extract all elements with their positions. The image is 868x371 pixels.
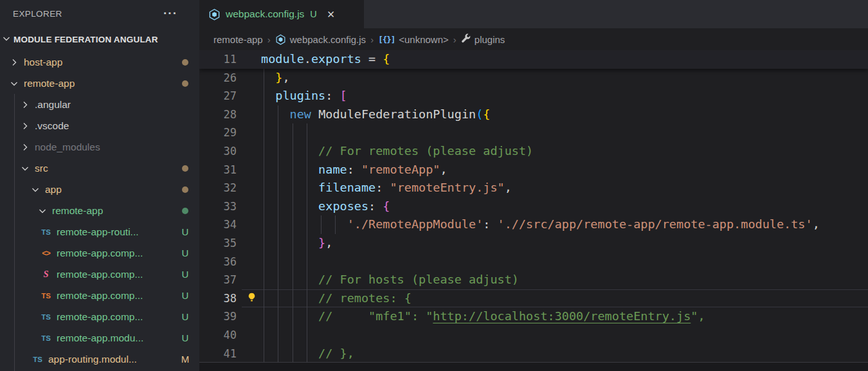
breadcrumb-item-unknown[interactable]: [{}]<unknown>: [378, 34, 449, 45]
breadcrumb-separator-icon: ›: [267, 34, 271, 45]
tree-item-remote-app[interactable]: remote-app: [0, 73, 199, 94]
code-line-31: 31 name: "remoteApp",: [199, 161, 868, 179]
ts-blue-file-icon: TS: [39, 313, 53, 321]
code-token: }: [275, 71, 282, 84]
tree-item-label: remote-app.comp...: [57, 290, 143, 302]
tree-item-app-routing-modul[interactable]: TSapp-routing.modul...M: [0, 348, 199, 370]
symbol-namespace-icon: [{}]: [378, 35, 395, 44]
tree-item-remote-app-routi[interactable]: TSremote-app-routi...U: [0, 221, 199, 242]
breadcrumb-item-remote-app[interactable]: remote-app: [213, 34, 263, 45]
code-line-content[interactable]: [261, 253, 868, 271]
line-number: 38: [199, 289, 242, 308]
line-body: // For remotes (please adjust): [242, 142, 868, 161]
chevron-down-icon: [1, 33, 12, 46]
indent-guide: [307, 307, 307, 326]
indent-guide: [307, 179, 307, 197]
explorer-sidebar: EXPLORER ··· MODULE FEDERATION ANGULAR h…: [0, 0, 199, 371]
code-token: [261, 199, 318, 213]
tree-item-label: remote-app-routi...: [57, 226, 139, 238]
code-link[interactable]: http://localhost:3000/remoteEntry.js: [433, 309, 691, 323]
workspace-section-header[interactable]: MODULE FEDERATION ANGULAR: [0, 27, 199, 51]
line-body: module.exports = {: [242, 50, 868, 69]
indent-guide: [264, 234, 264, 253]
glyph-margin: [242, 345, 261, 363]
code-token: './/src/app/remote-app/remote-app.module…: [498, 217, 813, 231]
breadcrumb-item-plugins[interactable]: plugins: [461, 33, 505, 45]
tree-item-remote-app-comp[interactable]: <>remote-app.comp...U: [0, 242, 199, 264]
tree-item-host-app[interactable]: host-app: [0, 51, 199, 73]
tree-item-remote-app-comp[interactable]: TSremote-app.comp...U: [0, 306, 199, 327]
indent-guide: [264, 69, 264, 87]
indent-guide: [307, 289, 307, 308]
indent-guide: [264, 142, 264, 161]
code-token: :: [483, 217, 497, 231]
code-line-content[interactable]: // },: [261, 345, 868, 363]
tree-item-label: remote-app.comp...: [57, 248, 143, 259]
breadcrumb-label: <unknown>: [399, 34, 449, 45]
code-line-content[interactable]: // For hosts (please adjust): [261, 271, 868, 289]
tree-item-remote-app-comp[interactable]: TSremote-app.comp...U: [0, 285, 199, 306]
code-token: "remoteApp": [361, 163, 440, 176]
indent-guide: [293, 307, 293, 326]
tab-webpack-config-js[interactable]: webpack.config.js U ×: [199, 0, 364, 28]
code-line-content[interactable]: './RemoteAppModule': './/src/app/remote-…: [261, 215, 868, 234]
code-line-content[interactable]: filename: "remoteEntry.js",: [261, 179, 868, 197]
code-line-29: 29: [199, 123, 868, 142]
chevron-right-icon: [9, 57, 19, 68]
lightbulb-icon[interactable]: [247, 292, 257, 305]
code-line-34: 34 './RemoteAppModule': './/src/app/remo…: [199, 215, 868, 234]
code-editor[interactable]: 11module.exports = { 26 },27 plugins: [2…: [199, 50, 868, 371]
code-line-content[interactable]: // "mfe1": "http://localhost:3000/remote…: [261, 307, 868, 326]
tree-item-node-modules[interactable]: node_modules: [0, 136, 199, 158]
code-line-content[interactable]: new ModuleFederationPlugin({: [261, 105, 868, 124]
ts-blue-file-icon: TS: [39, 228, 53, 236]
tree-item--angular[interactable]: .angular: [0, 94, 199, 115]
tree-item-remote-app-comp[interactable]: Sremote-app.comp...U: [0, 264, 199, 285]
glyph-margin: [242, 87, 261, 105]
code-line-content[interactable]: [261, 123, 868, 142]
tree-item-label: remote-app: [24, 78, 75, 89]
tree-item-remote-app[interactable]: remote-app: [0, 200, 199, 221]
line-number: 39: [199, 307, 242, 326]
close-icon[interactable]: ×: [327, 8, 335, 21]
code-token: // "mfe1": ": [261, 309, 433, 323]
code-token: [261, 217, 347, 231]
glyph-margin: [242, 271, 261, 289]
code-token: ModuleFederationPlugin: [318, 107, 476, 121]
code-line-41: 41 // },: [199, 345, 868, 363]
code-line-content[interactable]: module.exports = {: [261, 50, 868, 69]
chevron-down-icon: [30, 185, 41, 195]
code-line-28: 28 new ModuleFederationPlugin({: [199, 105, 868, 124]
indent-guide: [293, 345, 293, 363]
code-line-content[interactable]: exposes: {: [261, 197, 868, 216]
tree-item--vscode[interactable]: .vscode: [0, 115, 199, 136]
code-token: }: [318, 236, 325, 249]
breadcrumb-item-webpackconfigjs[interactable]: webpack.config.js: [275, 34, 366, 45]
code-line-content[interactable]: },: [261, 234, 868, 253]
tree-item-remote-app-modu[interactable]: TSremote-app.modu...U: [0, 327, 199, 348]
indent-guide: [264, 105, 264, 124]
tree-item-src[interactable]: src: [0, 158, 199, 179]
breadcrumb-separator-icon: ›: [370, 34, 374, 45]
more-actions-icon[interactable]: ···: [163, 10, 177, 17]
code-line-content[interactable]: [261, 326, 868, 345]
code-line-content[interactable]: name: "remoteApp",: [261, 161, 868, 179]
breadcrumb-label: remote-app: [213, 34, 263, 45]
line-body: plugins: [: [242, 87, 868, 105]
line-body: },: [242, 69, 868, 87]
code-line-content[interactable]: plugins: [: [261, 87, 868, 105]
code-line-content[interactable]: // For remotes (please adjust): [261, 142, 868, 161]
tree-item-label: remote-app.modu...: [57, 332, 143, 344]
glyph-margin: [242, 289, 261, 308]
glyph-margin: [242, 326, 261, 345]
code-line-content[interactable]: },: [261, 69, 868, 87]
glyph-margin: [242, 197, 261, 216]
sticky-scroll-line[interactable]: 11module.exports = {: [199, 50, 868, 69]
code-line-content[interactable]: // remotes: {: [261, 289, 868, 308]
code-token: :: [325, 89, 339, 102]
indent-guide: [307, 197, 307, 216]
tree-item-app[interactable]: app: [0, 179, 199, 200]
breadcrumb-label: webpack.config.js: [290, 34, 366, 45]
breadcrumb-separator-icon: ›: [453, 34, 457, 45]
code-line-36: 36: [199, 253, 868, 271]
